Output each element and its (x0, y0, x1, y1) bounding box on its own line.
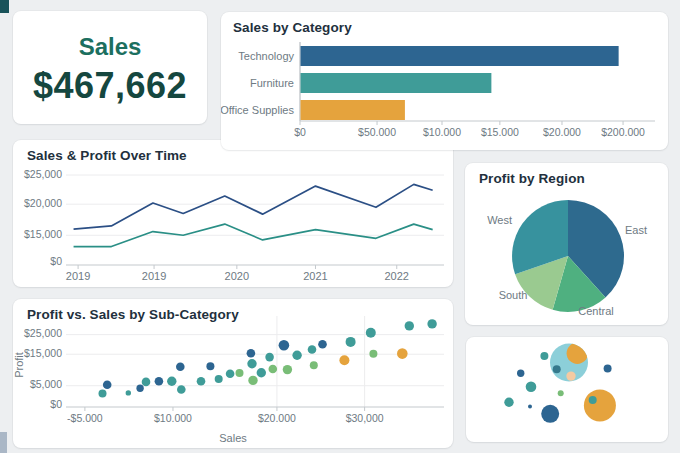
profit-by-region-title: Profit by Region (479, 171, 585, 186)
scatter-point[interactable] (366, 328, 376, 338)
tick-label: West (487, 214, 512, 226)
bar-technology[interactable] (301, 46, 619, 66)
bubble-darkblue[interactable] (528, 405, 532, 409)
scatter-point[interactable] (248, 376, 257, 385)
scatter-point[interactable] (308, 345, 317, 354)
bubble-orange[interactable] (584, 389, 616, 421)
corner-accent-bottom-left (0, 432, 7, 453)
tick-label: $10.000 (154, 412, 192, 424)
tick-label: $25,000 (24, 327, 62, 339)
scatter-point[interactable] (427, 319, 436, 328)
scatter-point[interactable] (310, 361, 318, 369)
bubble-teal[interactable] (526, 382, 537, 393)
scatter-point[interactable] (176, 363, 185, 372)
bubble-teal[interactable] (540, 352, 548, 360)
scatter-point[interactable] (177, 385, 186, 394)
scatter-point[interactable] (397, 348, 408, 359)
tick-label: $15,000 (24, 347, 62, 359)
bubble-darkteal[interactable] (553, 365, 561, 373)
bubble-orange[interactable] (567, 343, 588, 364)
kpi-card-sales: Sales $467,662 (13, 11, 207, 124)
sales-by-category-card: TechnologyFurnitureOffice Supplies$0$50.… (221, 12, 668, 150)
scatter-point[interactable] (405, 321, 414, 330)
tick-label: 2022 (385, 270, 409, 282)
packed-bubbles-card (466, 337, 668, 442)
bar-furniture[interactable] (301, 73, 492, 93)
scatter-point[interactable] (279, 340, 290, 351)
scatter-point[interactable] (346, 337, 356, 347)
scatter-point[interactable] (257, 368, 266, 377)
tick-label: $15,000 (24, 228, 62, 240)
tick-label: $0 (294, 126, 306, 138)
tick-label: $15.000 (481, 126, 519, 138)
bubble-peach[interactable] (566, 371, 575, 380)
scatter-point[interactable] (142, 378, 151, 387)
sales-profit-over-time-card: $25,000$20,000$15,000$020192019202020212… (13, 140, 453, 287)
bubble-teal[interactable] (589, 396, 597, 404)
scatter-point[interactable] (206, 362, 214, 370)
scatter-point[interactable] (247, 359, 256, 368)
scatter-point[interactable] (269, 365, 278, 374)
tick-label: 2021 (303, 270, 327, 282)
scatter-point[interactable] (226, 369, 235, 378)
tick-label: South (499, 289, 528, 301)
bubble-green[interactable] (558, 390, 564, 396)
scatter-point[interactable] (136, 385, 143, 392)
kpi-title: Sales (13, 33, 207, 61)
tick-label: $20,000 (24, 197, 62, 209)
tick-label: Central (578, 305, 613, 317)
tick-label: 2019 (66, 270, 90, 282)
scatter-point[interactable] (265, 353, 274, 362)
tick-label: Furniture (250, 77, 294, 89)
scatter-point[interactable] (126, 390, 131, 395)
bubble-darkblue[interactable] (541, 405, 559, 423)
profit-by-region-chart[interactable]: WestEastSouthCentral (465, 163, 668, 325)
bubble-darkblue[interactable] (604, 365, 612, 373)
tick-label: $20.000 (258, 412, 296, 424)
tick-label: $5,000 (30, 378, 62, 390)
tick-label: $25,000 (24, 168, 62, 180)
tick-label: 2019 (142, 270, 166, 282)
profit-vs-sales-card: $25,000$15,000$5,000$0-$5.000$10.000$20.… (13, 299, 453, 448)
tick-label: $20.000 (543, 126, 581, 138)
scatter-point[interactable] (99, 389, 107, 397)
scatter-point[interactable] (155, 377, 164, 386)
tick-label: East (625, 224, 647, 236)
scatter-point[interactable] (247, 349, 256, 358)
scatter-point[interactable] (103, 381, 112, 390)
tick-label: -$5.000 (67, 412, 103, 424)
bubble-teal[interactable] (504, 398, 513, 407)
scatter-point[interactable] (167, 377, 176, 386)
scatter-point[interactable] (318, 340, 327, 349)
scatter-point[interactable] (283, 365, 292, 374)
tick-label: $0 (50, 398, 62, 410)
scatter-point[interactable] (197, 377, 206, 386)
line-series-sales[interactable] (74, 184, 433, 229)
tick-label: Office Supplies (221, 104, 294, 116)
scatter-point[interactable] (215, 375, 223, 383)
scatter-point[interactable] (369, 350, 377, 358)
sales-by-category-title: Sales by Category (233, 20, 352, 35)
tick-label: $30,000 (346, 412, 384, 424)
tick-label: Technology (238, 50, 294, 62)
sales-profit-over-time-title: Sales & Profit Over Time (27, 148, 187, 163)
tick-label: 2020 (225, 270, 249, 282)
bubble-darkblue[interactable] (517, 370, 524, 377)
scatter-y-axis-label: Profit (13, 343, 25, 387)
tick-label: $0 (50, 255, 62, 267)
tick-label: $200.000 (601, 126, 645, 138)
kpi-value: $467,662 (13, 65, 207, 107)
tick-label: $50.000 (358, 126, 396, 138)
corner-accent-top-left (0, 0, 9, 13)
scatter-point[interactable] (292, 351, 301, 360)
scatter-point[interactable] (236, 369, 244, 377)
scatter-point[interactable] (339, 355, 349, 365)
profit-by-region-card: WestEastSouthCentral Profit by Region (465, 163, 668, 325)
tick-label: $10.000 (423, 126, 461, 138)
packed-bubbles-chart[interactable] (466, 337, 668, 442)
scatter-x-axis-label: Sales (13, 432, 453, 444)
bar-office-supplies[interactable] (301, 100, 405, 120)
profit-vs-sales-title: Profit vs. Sales by Sub-Category (27, 307, 239, 322)
